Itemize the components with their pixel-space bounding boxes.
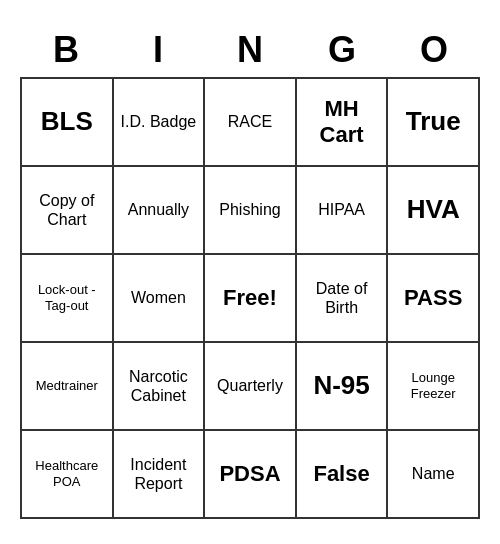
bingo-cell: Phishing <box>204 166 296 254</box>
bingo-cell: MH Cart <box>296 78 388 166</box>
bingo-cell: PASS <box>387 254 479 342</box>
table-row: BLSI.D. BadgeRACEMH CartTrue <box>21 78 479 166</box>
bingo-cell: Date of Birth <box>296 254 388 342</box>
bingo-cell: Annually <box>113 166 205 254</box>
bingo-cell: Quarterly <box>204 342 296 430</box>
bingo-cell: True <box>387 78 479 166</box>
header-letter: G <box>296 25 388 75</box>
bingo-cell: Free! <box>204 254 296 342</box>
table-row: Copy of ChartAnnuallyPhishingHIPAAHVA <box>21 166 479 254</box>
bingo-card: BINGO BLSI.D. BadgeRACEMH CartTrueCopy o… <box>20 25 480 519</box>
bingo-cell: HVA <box>387 166 479 254</box>
header-letter: N <box>204 25 296 75</box>
header-letter: I <box>112 25 204 75</box>
bingo-grid: BLSI.D. BadgeRACEMH CartTrueCopy of Char… <box>20 77 480 519</box>
bingo-cell: RACE <box>204 78 296 166</box>
bingo-cell: Name <box>387 430 479 518</box>
bingo-cell: N-95 <box>296 342 388 430</box>
bingo-cell: False <box>296 430 388 518</box>
bingo-cell: Narcotic Cabinet <box>113 342 205 430</box>
bingo-cell: Incident Report <box>113 430 205 518</box>
bingo-header: BINGO <box>20 25 480 75</box>
bingo-cell: HIPAA <box>296 166 388 254</box>
header-letter: O <box>388 25 480 75</box>
bingo-cell: Women <box>113 254 205 342</box>
bingo-cell: Lounge Freezer <box>387 342 479 430</box>
bingo-cell: Healthcare POA <box>21 430 113 518</box>
bingo-cell: Copy of Chart <box>21 166 113 254</box>
bingo-cell: PDSA <box>204 430 296 518</box>
header-letter: B <box>20 25 112 75</box>
table-row: Lock-out - Tag-outWomenFree!Date of Birt… <box>21 254 479 342</box>
bingo-cell: I.D. Badge <box>113 78 205 166</box>
bingo-cell: Lock-out - Tag-out <box>21 254 113 342</box>
table-row: MedtrainerNarcotic CabinetQuarterlyN-95L… <box>21 342 479 430</box>
bingo-cell: BLS <box>21 78 113 166</box>
bingo-cell: Medtrainer <box>21 342 113 430</box>
table-row: Healthcare POAIncident ReportPDSAFalseNa… <box>21 430 479 518</box>
